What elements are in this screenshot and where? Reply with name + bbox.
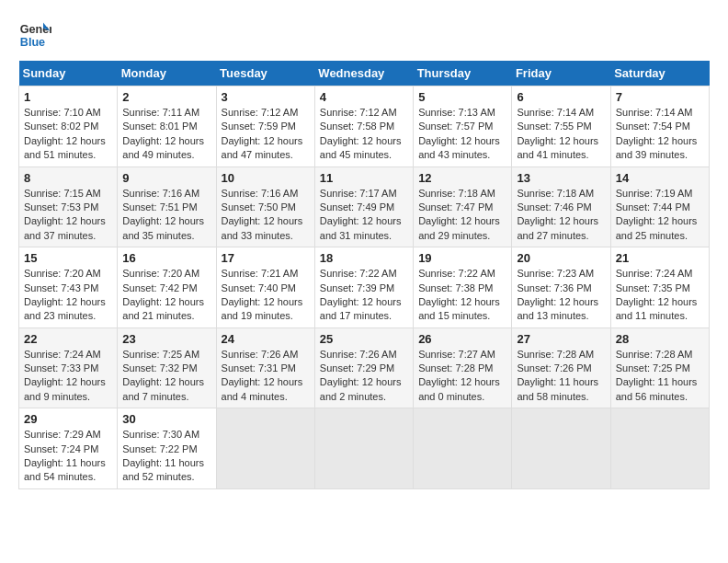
day-number: 29 <box>24 412 112 426</box>
calendar-cell: 15Sunrise: 7:20 AMSunset: 7:43 PMDayligh… <box>19 247 118 328</box>
day-detail: Sunrise: 7:15 AMSunset: 7:53 PMDaylight:… <box>24 187 112 244</box>
day-number: 16 <box>122 251 210 265</box>
calendar-header-row: SundayMondayTuesdayWednesdayThursdayFrid… <box>19 61 710 86</box>
calendar-week-row: 29Sunrise: 7:29 AMSunset: 7:24 PMDayligh… <box>19 408 710 489</box>
day-detail: Sunrise: 7:11 AMSunset: 8:01 PMDaylight:… <box>122 106 210 163</box>
day-number: 7 <box>616 90 704 104</box>
calendar-table: SundayMondayTuesdayWednesdayThursdayFrid… <box>18 61 710 489</box>
calendar-cell <box>610 408 709 489</box>
calendar-cell: 8Sunrise: 7:15 AMSunset: 7:53 PMDaylight… <box>19 167 118 247</box>
calendar-cell: 30Sunrise: 7:30 AMSunset: 7:22 PMDayligh… <box>118 408 216 489</box>
day-detail: Sunrise: 7:22 AMSunset: 7:38 PMDaylight:… <box>418 267 506 324</box>
calendar-week-row: 1Sunrise: 7:10 AMSunset: 8:02 PMDaylight… <box>19 86 710 167</box>
day-detail: Sunrise: 7:20 AMSunset: 7:42 PMDaylight:… <box>122 267 210 324</box>
calendar-cell: 12Sunrise: 7:18 AMSunset: 7:47 PMDayligh… <box>414 167 512 247</box>
day-detail: Sunrise: 7:14 AMSunset: 7:55 PMDaylight:… <box>517 106 605 163</box>
calendar-cell <box>314 408 413 489</box>
calendar-week-row: 8Sunrise: 7:15 AMSunset: 7:53 PMDaylight… <box>19 167 710 247</box>
day-number: 12 <box>418 171 506 185</box>
day-of-week-header: Saturday <box>610 61 709 86</box>
day-number: 23 <box>122 332 210 346</box>
day-number: 28 <box>616 332 704 346</box>
day-of-week-header: Tuesday <box>216 61 314 86</box>
calendar-cell: 20Sunrise: 7:23 AMSunset: 7:36 PMDayligh… <box>512 247 610 328</box>
day-number: 15 <box>24 251 112 265</box>
calendar-cell: 27Sunrise: 7:28 AMSunset: 7:26 PMDayligh… <box>512 327 610 408</box>
day-number: 30 <box>122 412 210 426</box>
calendar-cell: 16Sunrise: 7:20 AMSunset: 7:42 PMDayligh… <box>118 247 216 328</box>
calendar-cell: 17Sunrise: 7:21 AMSunset: 7:40 PMDayligh… <box>216 247 314 328</box>
calendar-week-row: 22Sunrise: 7:24 AMSunset: 7:33 PMDayligh… <box>19 327 710 408</box>
calendar-cell <box>216 408 314 489</box>
calendar-cell: 14Sunrise: 7:19 AMSunset: 7:44 PMDayligh… <box>610 167 709 247</box>
day-number: 25 <box>320 332 408 346</box>
day-number: 13 <box>517 171 605 185</box>
day-number: 17 <box>222 251 310 265</box>
calendar-cell: 2Sunrise: 7:11 AMSunset: 8:01 PMDaylight… <box>118 86 216 167</box>
calendar-cell: 9Sunrise: 7:16 AMSunset: 7:51 PMDaylight… <box>118 167 216 247</box>
calendar-cell: 10Sunrise: 7:16 AMSunset: 7:50 PMDayligh… <box>216 167 314 247</box>
day-number: 20 <box>517 251 605 265</box>
calendar-cell: 24Sunrise: 7:26 AMSunset: 7:31 PMDayligh… <box>216 327 314 408</box>
day-detail: Sunrise: 7:22 AMSunset: 7:39 PMDaylight:… <box>320 267 408 324</box>
calendar-cell: 6Sunrise: 7:14 AMSunset: 7:55 PMDaylight… <box>512 86 610 167</box>
day-detail: Sunrise: 7:10 AMSunset: 8:02 PMDaylight:… <box>24 106 112 163</box>
day-detail: Sunrise: 7:12 AMSunset: 7:59 PMDaylight:… <box>222 106 310 163</box>
day-detail: Sunrise: 7:23 AMSunset: 7:36 PMDaylight:… <box>517 267 605 324</box>
day-detail: Sunrise: 7:30 AMSunset: 7:22 PMDaylight:… <box>122 428 210 485</box>
day-number: 18 <box>320 251 408 265</box>
day-detail: Sunrise: 7:14 AMSunset: 7:54 PMDaylight:… <box>616 106 704 163</box>
calendar-cell: 26Sunrise: 7:27 AMSunset: 7:28 PMDayligh… <box>414 327 512 408</box>
day-of-week-header: Wednesday <box>314 61 413 86</box>
day-number: 26 <box>418 332 506 346</box>
day-of-week-header: Friday <box>512 61 610 86</box>
day-number: 19 <box>418 251 506 265</box>
day-detail: Sunrise: 7:16 AMSunset: 7:50 PMDaylight:… <box>222 187 310 244</box>
day-number: 24 <box>222 332 310 346</box>
calendar-cell: 1Sunrise: 7:10 AMSunset: 8:02 PMDaylight… <box>19 86 118 167</box>
calendar-cell: 13Sunrise: 7:18 AMSunset: 7:46 PMDayligh… <box>512 167 610 247</box>
day-detail: Sunrise: 7:21 AMSunset: 7:40 PMDaylight:… <box>222 267 310 324</box>
day-number: 3 <box>222 90 310 104</box>
calendar-cell: 29Sunrise: 7:29 AMSunset: 7:24 PMDayligh… <box>19 408 118 489</box>
day-of-week-header: Sunday <box>19 61 118 86</box>
calendar-cell: 7Sunrise: 7:14 AMSunset: 7:54 PMDaylight… <box>610 86 709 167</box>
day-number: 21 <box>616 251 704 265</box>
calendar-cell: 11Sunrise: 7:17 AMSunset: 7:49 PMDayligh… <box>314 167 413 247</box>
day-number: 5 <box>418 90 506 104</box>
day-of-week-header: Monday <box>118 61 216 86</box>
day-detail: Sunrise: 7:12 AMSunset: 7:58 PMDaylight:… <box>320 106 408 163</box>
day-detail: Sunrise: 7:27 AMSunset: 7:28 PMDaylight:… <box>418 348 506 405</box>
calendar-cell: 3Sunrise: 7:12 AMSunset: 7:59 PMDaylight… <box>216 86 314 167</box>
day-number: 11 <box>320 171 408 185</box>
page-header: General Blue <box>18 18 710 52</box>
calendar-cell <box>512 408 610 489</box>
day-detail: Sunrise: 7:18 AMSunset: 7:46 PMDaylight:… <box>517 187 605 244</box>
logo: General Blue <box>18 18 51 52</box>
calendar-cell: 19Sunrise: 7:22 AMSunset: 7:38 PMDayligh… <box>414 247 512 328</box>
day-number: 4 <box>320 90 408 104</box>
calendar-cell: 22Sunrise: 7:24 AMSunset: 7:33 PMDayligh… <box>19 327 118 408</box>
day-detail: Sunrise: 7:16 AMSunset: 7:51 PMDaylight:… <box>122 187 210 244</box>
day-detail: Sunrise: 7:28 AMSunset: 7:25 PMDaylight:… <box>616 348 704 405</box>
day-detail: Sunrise: 7:26 AMSunset: 7:31 PMDaylight:… <box>222 348 310 405</box>
svg-text:Blue: Blue <box>20 36 45 49</box>
day-number: 10 <box>222 171 310 185</box>
day-number: 9 <box>122 171 210 185</box>
calendar-week-row: 15Sunrise: 7:20 AMSunset: 7:43 PMDayligh… <box>19 247 710 328</box>
day-number: 1 <box>24 90 112 104</box>
day-detail: Sunrise: 7:29 AMSunset: 7:24 PMDaylight:… <box>24 428 112 485</box>
calendar-cell: 4Sunrise: 7:12 AMSunset: 7:58 PMDaylight… <box>314 86 413 167</box>
day-detail: Sunrise: 7:19 AMSunset: 7:44 PMDaylight:… <box>616 187 704 244</box>
day-number: 27 <box>517 332 605 346</box>
day-detail: Sunrise: 7:13 AMSunset: 7:57 PMDaylight:… <box>418 106 506 163</box>
day-number: 22 <box>24 332 112 346</box>
day-detail: Sunrise: 7:24 AMSunset: 7:35 PMDaylight:… <box>616 267 704 324</box>
day-number: 6 <box>517 90 605 104</box>
calendar-cell: 28Sunrise: 7:28 AMSunset: 7:25 PMDayligh… <box>610 327 709 408</box>
calendar-cell: 25Sunrise: 7:26 AMSunset: 7:29 PMDayligh… <box>314 327 413 408</box>
day-number: 8 <box>24 171 112 185</box>
calendar-cell <box>414 408 512 489</box>
calendar-body: 1Sunrise: 7:10 AMSunset: 8:02 PMDaylight… <box>19 86 710 489</box>
day-detail: Sunrise: 7:24 AMSunset: 7:33 PMDaylight:… <box>24 348 112 405</box>
